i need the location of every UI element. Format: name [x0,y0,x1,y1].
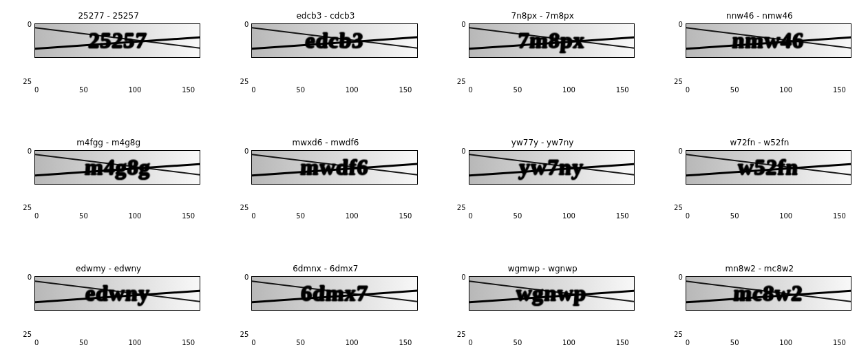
x-tick-label: 150 [182,86,195,94]
x-tick-label: 100 [128,212,141,220]
x-tick-label: 150 [833,86,846,94]
y-axis: 0 25 [451,150,466,210]
x-tick-label: 50 [730,212,739,220]
x-axis: 0 50 100 150 [34,339,195,346]
plot-area: 0 25 nmw46 0 50 100 150 [668,23,851,94]
x-tick-label: 150 [833,212,846,220]
captcha-image: 7m8px [469,23,635,58]
x-tick-label: 150 [833,339,846,346]
x-tick-label: 100 [562,212,575,220]
captcha-image: m4g8g [34,150,200,185]
x-tick-label: 0 [686,86,690,94]
x-tick-label: 0 [686,212,690,220]
x-tick-label: 0 [469,339,473,346]
y-tick-label: 0 [451,148,466,155]
axes: 0 25 mwdf6 [233,150,417,210]
x-tick-label: 0 [34,86,39,94]
captcha-text: 25257 [87,28,148,54]
x-tick-label: 50 [514,212,522,220]
x-tick-label: 100 [128,339,141,346]
captcha-text: wgnwp [515,281,587,307]
x-axis: 0 50 100 150 [251,86,412,94]
y-tick-label: 25 [233,331,248,338]
subplot-title: 25277 - 25257 [78,11,138,21]
captcha-image: wgnwp [469,276,635,311]
subplot-title: 7n8px - 7m8px [511,11,574,21]
captcha-image: w52fn [686,150,851,185]
axes: 0 25 nmw46 [668,23,851,83]
x-tick-label: 50 [79,339,88,346]
subplot-4: m4fgg - m4g8g 0 25 m4g8g 0 50 [17,138,200,220]
y-tick-label: 0 [17,21,32,28]
plot-area: 0 25 m4g8g 0 50 100 150 [17,150,200,220]
x-tick-label: 150 [399,212,412,220]
figure: 25277 - 25257 0 25 25257 0 50 [0,0,868,363]
subplot-title: m4fgg - m4g8g [76,138,140,147]
x-axis: 0 50 100 150 [469,339,629,346]
x-tick-label: 50 [79,212,88,220]
subplot-11: mn8w2 - mc8w2 0 25 mc8w2 0 50 [668,264,851,346]
x-axis: 0 50 100 150 [34,86,195,94]
plot-area: 0 25 edwny 0 50 100 150 [17,276,200,346]
x-tick-label: 100 [779,86,792,94]
captcha-text: mc8w2 [733,281,805,307]
y-axis: 0 25 [451,23,466,83]
y-tick-label: 0 [451,274,466,281]
axes: 0 25 m4g8g [17,150,200,210]
x-tick-label: 150 [399,86,412,94]
subplot-title: mwxd6 - mwdf6 [292,138,359,147]
plot-area: 0 25 yw7ny 0 50 100 150 [451,150,635,220]
axes: 0 25 mc8w2 [668,276,851,336]
y-tick-label: 25 [233,205,248,211]
subplot-10: wgmwp - wgnwp 0 25 wgnwp 0 50 [451,264,635,346]
x-tick-label: 50 [296,339,305,346]
subplot-title: wgmwp - wgnwp [508,264,578,273]
subplot-5: mwxd6 - mwdf6 0 25 mwdf6 0 50 [233,138,417,220]
x-tick-label: 0 [34,212,39,220]
y-tick-label: 0 [233,148,248,155]
x-tick-label: 0 [34,339,39,346]
y-axis: 0 25 [668,276,683,336]
x-tick-label: 0 [251,86,255,94]
subplot-grid: 25277 - 25257 0 25 25257 0 50 [0,0,868,363]
captcha-image: mc8w2 [686,276,851,311]
y-axis: 0 25 [233,23,248,83]
subplot-8: edwmy - edwny 0 25 edwny 0 50 [17,264,200,346]
y-tick-label: 25 [668,331,683,338]
subplot-title: yw77y - yw7ny [511,138,574,147]
subplot-title: w72fn - w52fn [730,138,789,147]
x-tick-label: 0 [469,86,473,94]
x-tick-label: 150 [182,212,195,220]
plot-area: 0 25 wgnwp 0 50 100 150 [451,276,635,346]
y-tick-label: 0 [17,148,32,155]
y-tick-label: 25 [451,331,466,338]
captcha-text: yw7ny [518,154,584,180]
y-axis: 0 25 [668,150,683,210]
x-tick-label: 100 [779,212,792,220]
plot-area: 0 25 edcb3 0 50 100 150 [233,23,417,94]
subplot-1: edcb3 - cdcb3 0 25 edcb3 0 50 [233,11,417,94]
x-axis: 0 50 100 150 [686,339,846,346]
captcha-text: mwdf6 [299,154,370,180]
x-axis: 0 50 100 150 [469,86,629,94]
subplot-title: edcb3 - cdcb3 [296,11,354,21]
captcha-text: 7m8px [517,28,586,54]
x-tick-label: 50 [730,339,739,346]
subplot-2: 7n8px - 7m8px 0 25 7m8px 0 50 [451,11,635,94]
x-tick-label: 100 [346,212,359,220]
subplot-title: 6dmnx - 6dmx7 [293,264,358,273]
y-tick-label: 0 [233,21,248,28]
x-tick-label: 0 [469,212,473,220]
subplot-0: 25277 - 25257 0 25 25257 0 50 [17,11,200,94]
y-tick-label: 0 [668,21,683,28]
x-tick-label: 50 [514,339,522,346]
plot-area: 0 25 7m8px 0 50 100 150 [451,23,635,94]
x-tick-label: 100 [779,339,792,346]
axes: 0 25 25257 [17,23,200,83]
captcha-image: nmw46 [686,23,851,58]
y-axis: 0 25 [233,276,248,336]
plot-area: 0 25 mwdf6 0 50 100 150 [233,150,417,220]
y-tick-label: 0 [668,274,683,281]
x-tick-label: 50 [296,86,305,94]
subplot-3: nnw46 - nmw46 0 25 nmw46 0 50 [668,11,851,94]
